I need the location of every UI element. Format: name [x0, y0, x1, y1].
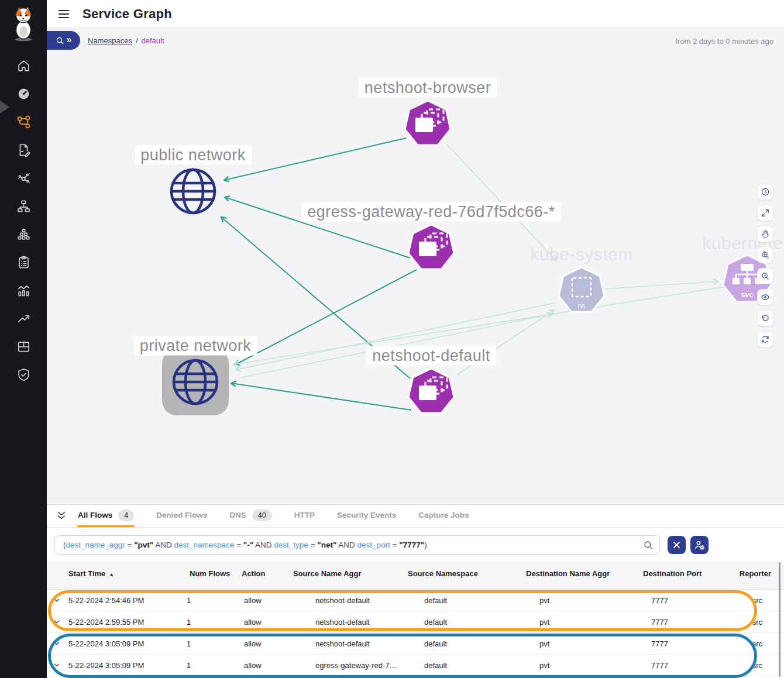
service-graph-icon	[16, 115, 31, 129]
graph-node-public-network[interactable]	[171, 170, 215, 213]
graph-node-egress-gateway-red[interactable]	[408, 225, 454, 269]
cell-start-time: 5-22-2024 3:05:09 PM	[67, 639, 181, 648]
cell-destination-name-aggr: pvt	[518, 618, 635, 627]
undo-button[interactable]	[757, 310, 773, 326]
trends-icon	[16, 311, 31, 326]
svg-text:svc: svc	[741, 290, 754, 299]
tab-label: DNS	[229, 511, 246, 519]
graph-node-private-network[interactable]	[162, 349, 229, 415]
graph-search-pill[interactable]: »	[47, 31, 80, 50]
flow-row-3[interactable]: 5-22-2024 3:05:09 PM1allownetshoot-defau…	[47, 633, 784, 655]
top-bar: Service Graph	[47, 0, 784, 28]
sidebar-item-home[interactable]	[0, 51, 47, 80]
row-expander-icon[interactable]	[53, 661, 61, 669]
sidebar-item-threat-defense[interactable]	[0, 360, 47, 388]
tab-badge-all-flows: 4	[118, 510, 134, 521]
cell-action: allow	[235, 661, 286, 670]
zoom-out-button[interactable]	[757, 268, 773, 284]
column-header-num-flows[interactable]: Num Flows	[181, 569, 235, 579]
tab-http[interactable]: HTTP	[294, 505, 315, 527]
row-expander-icon[interactable]	[53, 618, 61, 626]
network-sets-icon	[16, 171, 31, 185]
zoom-in-button[interactable]	[757, 247, 773, 263]
cell-num-flows: 1	[181, 639, 235, 648]
cell-destination-name-aggr: pvt	[518, 639, 635, 648]
tab-denied-flows[interactable]: Denied Flows	[156, 505, 208, 527]
graph-edge-netshoot-default-to-private-network	[231, 383, 411, 410]
service-graph-canvas[interactable]: » Namespaces/default from 2 days to 0 mi…	[47, 28, 784, 504]
flow-filter-input[interactable]: (dest_name_aggr = "pvt" AND dest_namespa…	[54, 535, 660, 555]
sidebar-item-workloads[interactable]	[0, 220, 47, 248]
user-settings-button[interactable]	[690, 536, 709, 554]
sidebar-item-compliance[interactable]	[0, 248, 47, 276]
breadcrumb-current: default	[142, 36, 164, 45]
row-expander-icon[interactable]	[53, 596, 61, 604]
refresh-button[interactable]	[757, 331, 773, 347]
column-header-source-namespace[interactable]: Source Namespace	[400, 569, 518, 579]
filter-query-text: (dest_name_aggr = "pvt" AND dest_namespa…	[63, 541, 427, 549]
flow-row-1[interactable]: 5-22-2024 2:54:46 PM1allownetshoot-defau…	[47, 590, 784, 611]
cell-start-time: 5-22-2024 2:59:55 PM	[67, 618, 181, 627]
flows-table-header: Start Time▲Num FlowsActionSource Name Ag…	[47, 562, 784, 590]
timeline-button[interactable]	[757, 184, 773, 200]
fit-screen-icon	[761, 211, 770, 219]
tab-security-events[interactable]: Security Events	[336, 505, 397, 527]
sidebar-item-storage[interactable]	[0, 332, 47, 360]
cell-source-name-aggr: netshoot-default	[286, 618, 400, 627]
timeline-icon	[761, 190, 770, 198]
sidebar-item-trends[interactable]	[0, 304, 47, 332]
time-range-label: from 2 days to 0 minutes ago	[675, 37, 773, 46]
storage-icon	[16, 339, 31, 354]
cell-destination-name-aggr: pvt	[518, 596, 635, 605]
tab-label: Security Events	[337, 511, 396, 519]
graph-node-kube-system[interactable]: ns	[559, 267, 604, 312]
column-header-destination-name-aggr[interactable]: Destination Name Aggr	[518, 569, 635, 579]
show-hide-button[interactable]	[757, 289, 773, 305]
sidebar-item-activity[interactable]	[0, 276, 47, 304]
sidebar-item-policies[interactable]	[0, 136, 47, 164]
graph-node-netshoot-browser[interactable]	[405, 101, 451, 145]
sidebar	[0, 0, 47, 678]
cell-num-flows: 1	[181, 661, 235, 670]
column-header-reporter[interactable]: Reporter	[734, 569, 784, 579]
table-scrollbar[interactable]	[779, 562, 780, 677]
cell-source-namespace: default	[400, 639, 518, 648]
sidebar-item-nodes[interactable]	[0, 192, 47, 220]
flow-row-2[interactable]: 5-22-2024 2:59:55 PM1allownetshoot-defau…	[47, 611, 784, 633]
flow-row-4[interactable]: 5-22-2024 3:05:09 PM1allowegress-gateway…	[47, 655, 784, 676]
clear-filter-button[interactable]	[668, 536, 686, 554]
column-header-start-time[interactable]: Start Time▲	[67, 569, 181, 579]
tab-dns[interactable]: DNS40	[229, 505, 272, 527]
graph-svg[interactable]: nssvc	[47, 28, 784, 504]
graph-node-netshoot-default[interactable]	[408, 369, 454, 413]
hamburger-menu-icon[interactable]	[57, 7, 71, 21]
column-header-action[interactable]: Action	[235, 569, 286, 579]
breadcrumb-namespaces-link[interactable]: Namespaces	[88, 36, 132, 45]
fit-screen-button[interactable]	[757, 205, 773, 221]
column-header-source-name-aggr[interactable]: Source Name Aggr	[286, 569, 400, 579]
zoom-out-icon	[761, 274, 770, 283]
column-header-destination-port[interactable]: Destination Port	[635, 569, 734, 579]
pan-button[interactable]	[757, 226, 773, 242]
graph-edge-netshoot-browser-to-public-network	[224, 138, 406, 180]
row-expander-icon[interactable]	[53, 639, 61, 648]
search-icon[interactable]	[643, 540, 654, 550]
sidebar-item-network-sets[interactable]	[0, 164, 47, 192]
collapse-panel-icon[interactable]	[56, 510, 67, 522]
refresh-icon	[761, 337, 770, 346]
sidebar-item-service-graph[interactable]	[0, 108, 47, 136]
tab-label: Capture Jobs	[418, 511, 469, 519]
cell-num-flows: 1	[181, 596, 235, 605]
tab-label: HTTP	[294, 511, 315, 519]
tab-all-flows[interactable]: All Flows4	[77, 505, 135, 527]
cell-source-namespace: default	[400, 618, 518, 627]
svg-text:ns: ns	[578, 302, 586, 310]
cell-start-time: 5-22-2024 3:05:09 PM	[67, 661, 181, 670]
cell-start-time: 5-22-2024 2:54:46 PM	[67, 596, 181, 605]
tab-capture-jobs[interactable]: Capture Jobs	[418, 505, 469, 527]
dashboard-icon	[16, 87, 31, 101]
cell-reporter: src	[734, 661, 784, 670]
cell-destination-port: 7777	[635, 596, 734, 605]
flows-tabstrip: All Flows4Denied FlowsDNS40HTTPSecurity …	[47, 505, 784, 528]
pan-icon	[761, 232, 770, 240]
